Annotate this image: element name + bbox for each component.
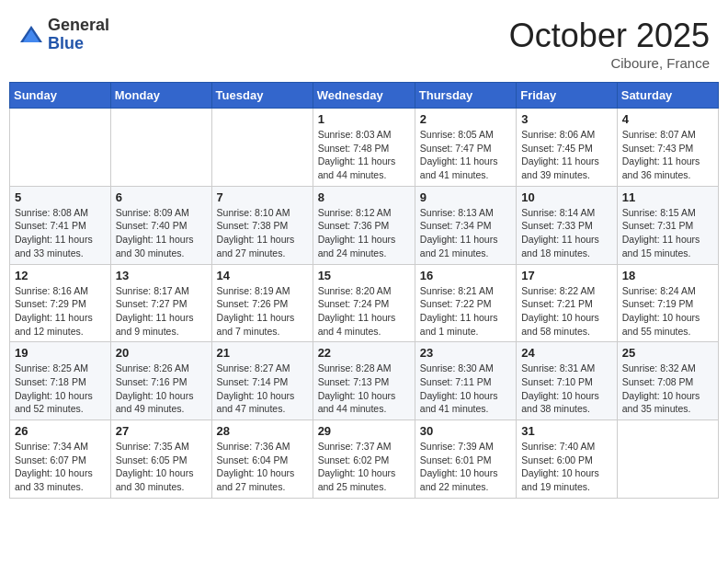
calendar-cell: 14Sunrise: 8:19 AM Sunset: 7:26 PM Dayli… [211,264,313,342]
day-number: 11 [622,190,713,204]
day-info: Sunrise: 8:24 AM Sunset: 7:19 PM Dayligh… [622,284,713,339]
day-info: Sunrise: 8:17 AM Sunset: 7:27 PM Dayligh… [116,284,207,339]
calendar-cell: 19Sunrise: 8:25 AM Sunset: 7:18 PM Dayli… [10,342,111,420]
logo-general-text: General [48,17,109,35]
day-info: Sunrise: 8:16 AM Sunset: 7:29 PM Dayligh… [15,284,106,339]
page-header: General Blue October 2025 Ciboure, Franc… [9,9,719,75]
day-number: 3 [521,112,612,126]
day-info: Sunrise: 8:21 AM Sunset: 7:22 PM Dayligh… [420,284,511,339]
day-number: 27 [116,424,207,438]
day-info: Sunrise: 8:07 AM Sunset: 7:43 PM Dayligh… [622,128,713,182]
month-title: October 2025 [509,17,710,55]
calendar-cell: 15Sunrise: 8:20 AM Sunset: 7:24 PM Dayli… [313,264,415,342]
day-number: 23 [420,346,511,360]
day-info: Sunrise: 7:34 AM Sunset: 6:07 PM Dayligh… [15,440,106,494]
day-info: Sunrise: 8:14 AM Sunset: 7:33 PM Dayligh… [521,206,612,260]
day-number: 26 [15,424,106,438]
day-number: 5 [15,190,106,204]
day-number: 19 [15,346,106,360]
day-number: 21 [217,346,308,360]
calendar-cell: 12Sunrise: 8:16 AM Sunset: 7:29 PM Dayli… [10,264,111,342]
logo: General Blue [18,17,109,53]
weekday-header-sunday: Sunday [10,83,111,109]
calendar-cell: 9Sunrise: 8:13 AM Sunset: 7:34 PM Daylig… [415,186,516,264]
day-number: 7 [217,190,308,204]
day-number: 4 [622,112,713,126]
weekday-header-saturday: Saturday [617,83,718,109]
calendar-cell: 3Sunrise: 8:06 AM Sunset: 7:45 PM Daylig… [517,109,618,187]
calendar-cell [10,109,111,187]
calendar-cell: 27Sunrise: 7:35 AM Sunset: 6:05 PM Dayli… [110,420,211,499]
day-info: Sunrise: 8:12 AM Sunset: 7:36 PM Dayligh… [318,206,410,260]
calendar-cell: 8Sunrise: 8:12 AM Sunset: 7:36 PM Daylig… [313,186,415,264]
day-number: 30 [420,424,511,438]
calendar-week-row: 1Sunrise: 8:03 AM Sunset: 7:48 PM Daylig… [10,109,719,187]
calendar-cell [211,109,313,187]
day-number: 16 [420,269,511,282]
day-number: 24 [521,346,612,360]
day-number: 28 [217,424,308,438]
day-number: 12 [15,269,106,282]
calendar-cell: 26Sunrise: 7:34 AM Sunset: 6:07 PM Dayli… [10,420,111,499]
day-number: 14 [217,269,308,282]
day-number: 15 [318,269,410,282]
calendar-cell [617,420,718,499]
day-info: Sunrise: 8:27 AM Sunset: 7:14 PM Dayligh… [217,362,308,416]
day-info: Sunrise: 7:39 AM Sunset: 6:01 PM Dayligh… [420,440,511,494]
calendar-week-row: 26Sunrise: 7:34 AM Sunset: 6:07 PM Dayli… [10,420,719,499]
logo-icon [18,22,44,48]
day-info: Sunrise: 8:25 AM Sunset: 7:18 PM Dayligh… [15,362,106,416]
calendar-cell: 2Sunrise: 8:05 AM Sunset: 7:47 PM Daylig… [415,109,516,187]
calendar-cell: 21Sunrise: 8:27 AM Sunset: 7:14 PM Dayli… [211,342,313,420]
day-number: 1 [318,112,410,126]
weekday-header-wednesday: Wednesday [313,83,415,109]
title-area: October 2025 Ciboure, France [509,17,710,71]
weekday-header-tuesday: Tuesday [211,83,313,109]
calendar-cell: 16Sunrise: 8:21 AM Sunset: 7:22 PM Dayli… [415,264,516,342]
day-info: Sunrise: 8:03 AM Sunset: 7:48 PM Dayligh… [318,128,410,182]
day-info: Sunrise: 8:26 AM Sunset: 7:16 PM Dayligh… [116,362,207,416]
calendar-cell: 30Sunrise: 7:39 AM Sunset: 6:01 PM Dayli… [415,420,516,499]
calendar-cell: 31Sunrise: 7:40 AM Sunset: 6:00 PM Dayli… [517,420,618,499]
day-info: Sunrise: 7:35 AM Sunset: 6:05 PM Dayligh… [116,440,207,494]
calendar-cell: 4Sunrise: 8:07 AM Sunset: 7:43 PM Daylig… [617,109,718,187]
calendar-cell: 6Sunrise: 8:09 AM Sunset: 7:40 PM Daylig… [110,186,211,264]
calendar-cell: 11Sunrise: 8:15 AM Sunset: 7:31 PM Dayli… [617,186,718,264]
day-info: Sunrise: 8:09 AM Sunset: 7:40 PM Dayligh… [116,206,207,260]
day-info: Sunrise: 8:31 AM Sunset: 7:10 PM Dayligh… [521,362,612,416]
calendar-cell: 1Sunrise: 8:03 AM Sunset: 7:48 PM Daylig… [313,109,415,187]
calendar-cell: 17Sunrise: 8:22 AM Sunset: 7:21 PM Dayli… [517,264,618,342]
day-number: 18 [622,269,713,282]
day-info: Sunrise: 8:32 AM Sunset: 7:08 PM Dayligh… [622,362,713,416]
weekday-header-monday: Monday [110,83,211,109]
day-number: 6 [116,190,207,204]
calendar-cell: 29Sunrise: 7:37 AM Sunset: 6:02 PM Dayli… [313,420,415,499]
calendar-week-row: 5Sunrise: 8:08 AM Sunset: 7:41 PM Daylig… [10,186,719,264]
day-number: 31 [521,424,612,438]
day-number: 20 [116,346,207,360]
location: Ciboure, France [509,55,710,71]
calendar-cell: 10Sunrise: 8:14 AM Sunset: 7:33 PM Dayli… [517,186,618,264]
calendar-week-row: 19Sunrise: 8:25 AM Sunset: 7:18 PM Dayli… [10,342,719,420]
logo-blue-text: Blue [48,35,109,53]
calendar-week-row: 12Sunrise: 8:16 AM Sunset: 7:29 PM Dayli… [10,264,719,342]
weekday-header-thursday: Thursday [415,83,516,109]
day-info: Sunrise: 8:15 AM Sunset: 7:31 PM Dayligh… [622,206,713,260]
day-info: Sunrise: 8:19 AM Sunset: 7:26 PM Dayligh… [217,284,308,339]
calendar-cell [110,109,211,187]
day-info: Sunrise: 8:28 AM Sunset: 7:13 PM Dayligh… [318,362,410,416]
calendar-cell: 18Sunrise: 8:24 AM Sunset: 7:19 PM Dayli… [617,264,718,342]
weekday-header-friday: Friday [517,83,618,109]
calendar-cell: 5Sunrise: 8:08 AM Sunset: 7:41 PM Daylig… [10,186,111,264]
calendar-cell: 22Sunrise: 8:28 AM Sunset: 7:13 PM Dayli… [313,342,415,420]
day-number: 25 [622,346,713,360]
calendar-cell: 7Sunrise: 8:10 AM Sunset: 7:38 PM Daylig… [211,186,313,264]
day-info: Sunrise: 8:22 AM Sunset: 7:21 PM Dayligh… [521,284,612,339]
day-number: 17 [521,269,612,282]
calendar-cell: 28Sunrise: 7:36 AM Sunset: 6:04 PM Dayli… [211,420,313,499]
day-number: 10 [521,190,612,204]
calendar-cell: 23Sunrise: 8:30 AM Sunset: 7:11 PM Dayli… [415,342,516,420]
day-info: Sunrise: 8:20 AM Sunset: 7:24 PM Dayligh… [318,284,410,339]
day-info: Sunrise: 7:37 AM Sunset: 6:02 PM Dayligh… [318,440,410,494]
day-info: Sunrise: 8:10 AM Sunset: 7:38 PM Dayligh… [217,206,308,260]
